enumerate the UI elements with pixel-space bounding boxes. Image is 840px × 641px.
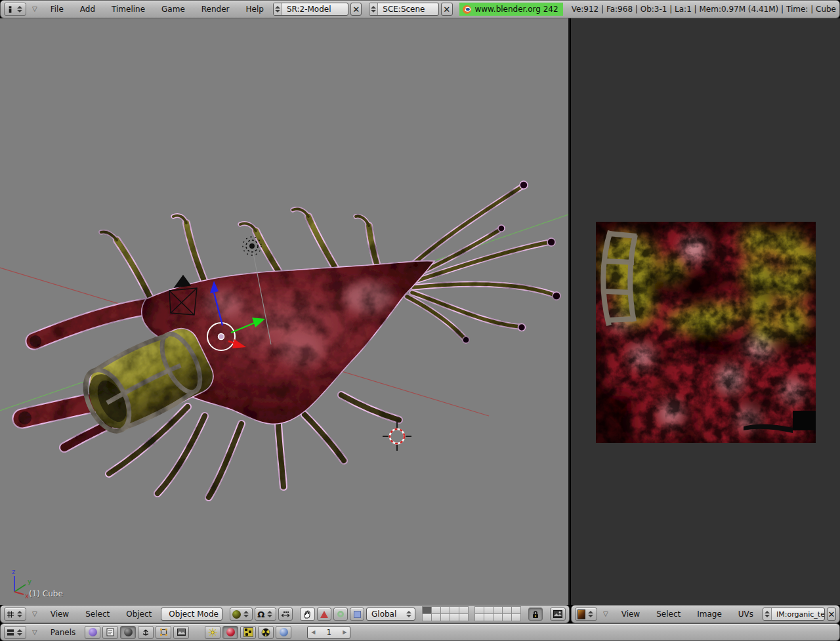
uv-texture-image[interactable] bbox=[596, 222, 816, 443]
barrel-object[interactable] bbox=[75, 321, 219, 439]
layer-20[interactable] bbox=[511, 613, 521, 621]
menu-image[interactable]: Image bbox=[690, 610, 729, 619]
editing-icon bbox=[159, 628, 168, 636]
layer-15[interactable] bbox=[459, 613, 469, 621]
frame-decrement-icon[interactable]: ◀ bbox=[311, 629, 315, 635]
lamp-subcontext-button[interactable] bbox=[205, 626, 220, 639]
orientation-value: Global bbox=[367, 610, 401, 619]
header-collapse-icon[interactable]: ▽ bbox=[28, 629, 41, 636]
layer-buttons-group2[interactable] bbox=[475, 607, 521, 621]
window-type-stepper[interactable] bbox=[587, 611, 595, 617]
info-window-icon bbox=[7, 5, 14, 14]
menu-render[interactable]: Render bbox=[194, 5, 237, 14]
window-type-button-3dview[interactable] bbox=[4, 608, 26, 621]
buttons-window-icon bbox=[7, 628, 14, 636]
3d-view-header: ▽ View Select Object Object Mode Ω bbox=[0, 605, 570, 623]
menu-view[interactable]: View bbox=[43, 610, 76, 619]
window-type-stepper[interactable] bbox=[16, 6, 24, 12]
layer-14[interactable] bbox=[450, 613, 459, 621]
screen-selector-stepper[interactable] bbox=[274, 3, 282, 15]
image-selector-value: IM:organic_tex2.png bbox=[772, 610, 825, 619]
image-selector[interactable]: IM:organic_tex2.png bbox=[763, 608, 825, 621]
manipulator-toggle-button[interactable] bbox=[300, 608, 315, 621]
texture-subcontext-button[interactable] bbox=[240, 626, 256, 639]
3d-cursor bbox=[383, 422, 411, 451]
rotate-manipulator-button[interactable] bbox=[333, 608, 348, 621]
header-collapse-icon[interactable]: ▽ bbox=[28, 6, 41, 12]
image-close-button[interactable]: ✕ bbox=[827, 608, 836, 621]
menu-select[interactable]: Select bbox=[649, 610, 688, 619]
shading-context-button[interactable] bbox=[120, 626, 136, 639]
scene-context-button[interactable] bbox=[173, 626, 189, 639]
menu-add[interactable]: Add bbox=[73, 5, 102, 14]
material-subcontext-button[interactable] bbox=[222, 626, 238, 639]
menu-view[interactable]: View bbox=[614, 610, 647, 619]
frame-number-field[interactable]: ◀ 1 ▶ bbox=[307, 626, 350, 639]
material-icon bbox=[226, 628, 235, 636]
uv-image-editor[interactable] bbox=[571, 18, 840, 605]
draw-mode-stepper bbox=[242, 611, 250, 617]
mode-dropdown[interactable]: Object Mode bbox=[161, 608, 222, 621]
layer-17[interactable] bbox=[484, 613, 494, 621]
editing-context-button[interactable] bbox=[156, 626, 171, 639]
version-badge: www.blender.org 242 bbox=[459, 3, 562, 16]
window-type-stepper[interactable] bbox=[16, 629, 24, 636]
menu-help[interactable]: Help bbox=[239, 5, 271, 14]
menu-file[interactable]: File bbox=[43, 5, 71, 14]
image-selector-stepper[interactable] bbox=[763, 608, 772, 620]
header-collapse-icon[interactable]: ▽ bbox=[599, 611, 612, 617]
header-collapse-icon[interactable]: ▽ bbox=[28, 611, 41, 617]
object-icon bbox=[141, 628, 150, 636]
frame-increment-icon[interactable]: ▶ bbox=[343, 629, 346, 635]
translate-manipulator-button[interactable] bbox=[317, 608, 331, 621]
render-preview-button[interactable] bbox=[550, 608, 566, 621]
centers-only-icon bbox=[281, 610, 290, 618]
window-type-button-buttons[interactable] bbox=[4, 626, 26, 639]
translate-icon bbox=[320, 611, 328, 618]
logic-context-button[interactable] bbox=[85, 626, 100, 639]
scene-close-button[interactable]: ✕ bbox=[441, 3, 453, 16]
menu-object[interactable]: Object bbox=[119, 610, 159, 619]
menu-game[interactable]: Game bbox=[154, 5, 192, 14]
move-centers-button[interactable] bbox=[278, 608, 293, 621]
window-type-stepper[interactable] bbox=[16, 611, 24, 617]
layer-12[interactable] bbox=[431, 613, 441, 621]
menu-uvs[interactable]: UVs bbox=[731, 610, 761, 619]
screen-selector[interactable]: SR:2-Model bbox=[273, 3, 348, 16]
script-context-button[interactable] bbox=[102, 626, 118, 639]
layer-13[interactable] bbox=[440, 613, 450, 621]
buttons-window-header: ▽ Panels bbox=[0, 623, 840, 641]
layer-buttons-group1[interactable] bbox=[423, 607, 469, 621]
window-type-button-info[interactable] bbox=[4, 3, 26, 16]
pivot-dropdown[interactable]: Ω bbox=[255, 608, 276, 621]
scene-icon bbox=[177, 629, 186, 636]
scene-selector[interactable]: SCE:Scene bbox=[369, 3, 439, 16]
layer-19[interactable] bbox=[502, 613, 512, 621]
top-header: ▽ File Add Timeline Game Render Help SR:… bbox=[0, 0, 840, 18]
3d-scene-canvas[interactable]: z y x bbox=[0, 18, 568, 605]
menu-select[interactable]: Select bbox=[78, 610, 117, 619]
layer-18[interactable] bbox=[493, 613, 503, 621]
panels-menu[interactable]: Panels bbox=[43, 628, 83, 637]
world-subcontext-button[interactable] bbox=[276, 626, 291, 639]
scale-manipulator-button[interactable] bbox=[350, 608, 364, 621]
lock-icon bbox=[532, 610, 539, 619]
layer-16[interactable] bbox=[474, 613, 484, 621]
grid-window-icon bbox=[7, 610, 14, 619]
uv-editor-header: ▽ View Select Image UVs IM:organic_tex2.… bbox=[571, 605, 840, 623]
radiosity-subcontext-button[interactable] bbox=[258, 626, 274, 639]
scene-selector-stepper[interactable] bbox=[369, 3, 378, 15]
rotate-icon bbox=[337, 611, 344, 617]
lock-layers-button[interactable] bbox=[528, 608, 543, 621]
draw-mode-dropdown[interactable] bbox=[230, 608, 253, 621]
orientation-dropdown[interactable]: Global bbox=[366, 608, 415, 621]
hand-icon bbox=[303, 610, 312, 619]
window-type-button-image[interactable] bbox=[575, 608, 597, 621]
3d-viewport[interactable]: z y x (1) Cube bbox=[0, 18, 570, 605]
menu-timeline[interactable]: Timeline bbox=[104, 5, 152, 14]
screen-close-button[interactable]: ✕ bbox=[350, 3, 362, 16]
object-context-button[interactable] bbox=[138, 626, 154, 639]
lamp-icon bbox=[208, 628, 217, 637]
creature-model[interactable] bbox=[18, 181, 560, 497]
layer-11[interactable] bbox=[422, 613, 432, 621]
